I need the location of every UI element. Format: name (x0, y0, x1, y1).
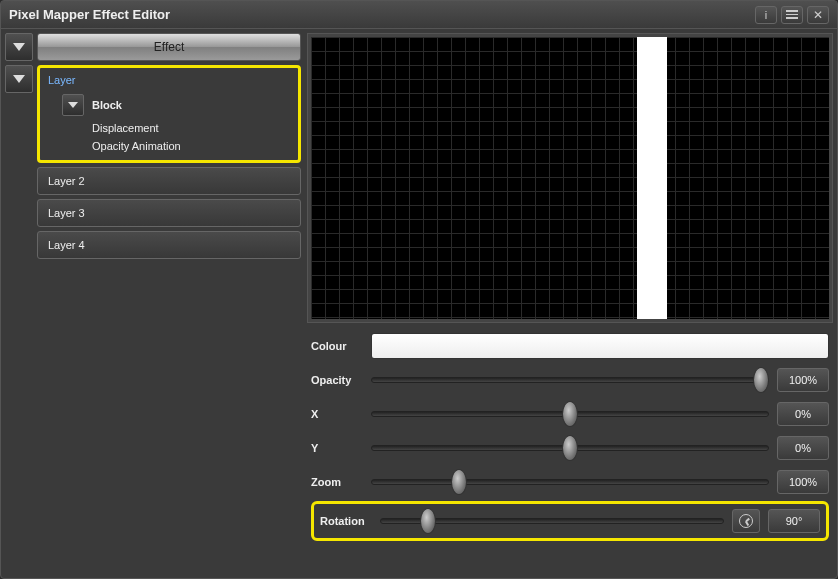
slider-thumb[interactable] (420, 508, 436, 534)
opacity-value[interactable]: 100% (777, 368, 829, 392)
chevron-down-icon (13, 43, 25, 51)
rotation-clock-button[interactable] (732, 509, 760, 533)
info-icon: i (765, 9, 767, 21)
menu-button[interactable] (781, 6, 803, 24)
chevron-down-icon (68, 102, 78, 108)
right-pane: Colour Opacity 100% X (307, 33, 833, 574)
body: Effect Layer Block Displacement Opacity … (1, 29, 837, 578)
y-value[interactable]: 0% (777, 436, 829, 460)
slider-thumb[interactable] (451, 469, 467, 495)
slider-thumb[interactable] (562, 401, 578, 427)
chevron-down-icon (13, 75, 25, 83)
close-button[interactable]: ✕ (807, 6, 829, 24)
layer-dropdown-button[interactable] (5, 65, 33, 93)
layer-4-button[interactable]: Layer 4 (37, 231, 301, 259)
zoom-row: Zoom 100% (311, 467, 829, 497)
block-item[interactable]: Block (92, 99, 122, 111)
rotation-row: Rotation 90° (311, 501, 829, 541)
layer-children-list: Block Displacement Opacity Animation (62, 94, 290, 152)
window-title: Pixel Mapper Effect Editor (9, 7, 751, 22)
block-preview (637, 37, 667, 319)
colour-label: Colour (311, 340, 363, 352)
slider-thumb[interactable] (562, 435, 578, 461)
x-label: X (311, 408, 363, 420)
x-row: X 0% (311, 399, 829, 429)
opacity-label: Opacity (311, 374, 363, 386)
pixel-grid (311, 37, 829, 319)
slider-thumb[interactable] (753, 367, 769, 393)
block-item-row: Block (62, 94, 290, 116)
colour-row: Colour (311, 331, 829, 361)
titlebar: Pixel Mapper Effect Editor i ✕ (1, 1, 837, 29)
selected-layer-label[interactable]: Layer (48, 74, 290, 86)
layer-2-button[interactable]: Layer 2 (37, 167, 301, 195)
effect-button[interactable]: Effect (37, 33, 301, 61)
colour-well[interactable] (371, 333, 829, 359)
rotation-slider[interactable] (380, 515, 724, 527)
y-label: Y (311, 442, 363, 454)
menu-icon (786, 10, 798, 19)
close-icon: ✕ (813, 9, 823, 21)
rotation-value[interactable]: 90° (768, 509, 820, 533)
zoom-slider[interactable] (371, 476, 769, 488)
block-dropdown-button[interactable] (62, 94, 84, 116)
clock-icon (739, 514, 753, 528)
pixel-mapper-effect-editor-window: Pixel Mapper Effect Editor i ✕ Effect La… (0, 0, 838, 579)
opacity-slider[interactable] (371, 374, 769, 386)
slider-track (371, 479, 769, 485)
info-button[interactable]: i (755, 6, 777, 24)
y-slider[interactable] (371, 442, 769, 454)
controls-panel: Colour Opacity 100% X (307, 329, 833, 574)
layer-3-button[interactable]: Layer 3 (37, 199, 301, 227)
effect-dropdown-button[interactable] (5, 33, 33, 61)
opacity-row: Opacity 100% (311, 365, 829, 395)
rotation-label: Rotation (320, 515, 372, 527)
y-row: Y 0% (311, 433, 829, 463)
layer-panel: Effect Layer Block Displacement Opacity … (5, 33, 301, 574)
displacement-item[interactable]: Displacement (92, 122, 290, 134)
zoom-label: Zoom (311, 476, 363, 488)
x-value[interactable]: 0% (777, 402, 829, 426)
opacity-animation-item[interactable]: Opacity Animation (92, 140, 290, 152)
x-slider[interactable] (371, 408, 769, 420)
slider-track (371, 377, 769, 383)
zoom-value[interactable]: 100% (777, 470, 829, 494)
selected-layer-panel: Layer Block Displacement Opacity Animati… (37, 65, 301, 163)
preview-panel (307, 33, 833, 323)
